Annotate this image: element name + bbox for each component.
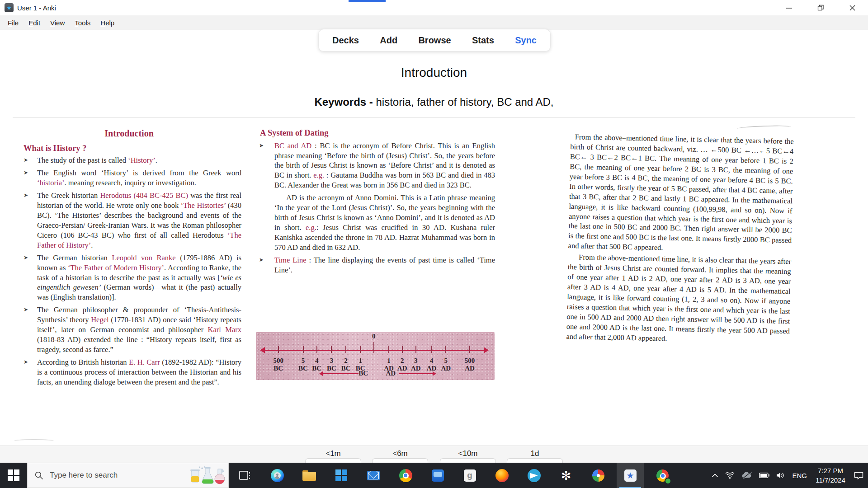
bullet-text: The study of the past is called ‘History… xyxy=(37,155,241,165)
timeline-label: 1AD xyxy=(384,357,394,373)
text-segment: (1818-83 AD) extended the line : “Histor… xyxy=(37,335,241,354)
taskbar-app-chrome-profile[interactable] xyxy=(649,463,676,488)
menu-help[interactable]: Help xyxy=(95,19,119,27)
text-segment: e.g. xyxy=(313,171,324,179)
tab-sync[interactable]: Sync xyxy=(515,35,537,46)
timeline-label: 500BC xyxy=(273,357,283,373)
text-segment: . meaning research, inquiry or investiga… xyxy=(64,178,196,187)
answer-time-label[interactable]: 1d xyxy=(531,449,539,458)
scan-heading-2: A System of Dating xyxy=(260,127,495,139)
bullet-item: ➤The German historian Leopold von Ranke … xyxy=(17,253,241,303)
battery-icon xyxy=(759,473,769,478)
timeline-axis xyxy=(261,350,487,351)
edge-icon xyxy=(271,469,284,482)
timeline-tick xyxy=(316,346,317,353)
answer-time-label[interactable]: <6m xyxy=(392,449,408,458)
card-title: Introduction xyxy=(0,66,868,80)
task-view-button[interactable] xyxy=(231,463,259,488)
taskbar-app-g[interactable]: g xyxy=(456,463,483,488)
minimize-icon xyxy=(786,5,792,11)
profile-avatar-icon xyxy=(274,472,281,479)
arrow-bullet-icon: ➤ xyxy=(24,253,37,303)
chrome-icon xyxy=(399,469,412,482)
firefox-icon xyxy=(495,469,509,482)
answer-time-label[interactable]: <1m xyxy=(326,449,341,458)
arrow-bullet-icon: ➤ xyxy=(259,141,274,191)
wifi-tray-button[interactable] xyxy=(725,472,735,479)
taskbar-app-chatgpt[interactable]: ✻ xyxy=(552,463,580,488)
answer-time-label[interactable]: <10m xyxy=(458,449,478,458)
timeline-label: 2AD xyxy=(397,357,407,373)
chevron-up-icon xyxy=(712,474,718,478)
restore-button[interactable] xyxy=(805,0,836,15)
battery-tray-button[interactable] xyxy=(759,473,769,478)
taskbar-app-chrome[interactable] xyxy=(392,463,419,488)
taskbar-clock[interactable]: 7:27 PM 11/7/2024 xyxy=(814,466,847,485)
arrow-bullet-icon: ➤ xyxy=(24,191,37,250)
text-segment: Hegel xyxy=(91,315,108,324)
language-indicator[interactable]: ENG xyxy=(792,472,807,479)
restore-icon xyxy=(817,5,824,11)
taskbar-search[interactable] xyxy=(27,463,229,488)
keywords-text: historia, father of history, BC and AD, xyxy=(376,96,553,108)
scan-artifact-line xyxy=(14,439,54,442)
lab-flasks-doodle-icon[interactable] xyxy=(189,466,226,488)
search-input[interactable] xyxy=(49,470,159,480)
volume-tray-button[interactable] xyxy=(776,472,785,479)
text-segment: The German historian xyxy=(37,253,112,262)
bullet-list-2: ➤BC and AD : BC is the acronym of Before… xyxy=(255,141,495,275)
text-segment: . xyxy=(91,241,93,249)
close-button[interactable] xyxy=(836,0,868,15)
bullet-text: The German historian Leopold von Ranke (… xyxy=(37,253,241,303)
text-segment: According to British historian xyxy=(37,358,129,366)
menu-file[interactable]: File xyxy=(3,19,24,27)
text-segment: ‘History’ xyxy=(128,156,156,164)
tab-decks[interactable]: Decks xyxy=(332,35,359,46)
arrow-bullet-icon: ➤ xyxy=(24,305,37,355)
scan-column-1: Introduction What is History ? ➤The stud… xyxy=(17,127,241,390)
action-center-button[interactable] xyxy=(854,472,863,479)
taskbar-app-blue-tile[interactable] xyxy=(424,463,451,488)
timeline-label: 5BC xyxy=(298,357,308,373)
taskbar-app-telegram[interactable] xyxy=(520,463,547,488)
minimize-button[interactable] xyxy=(773,0,805,15)
onedrive-cloud-slash-icon xyxy=(741,472,752,479)
timeline-label: 500AD xyxy=(465,357,475,373)
menu-bar: FileEditViewToolsHelp xyxy=(0,15,868,30)
text-segment: BC and AD xyxy=(274,141,311,150)
taskbar-app-file-explorer[interactable] xyxy=(296,463,323,488)
scan-column-3: From the above–mentioned time line, it i… xyxy=(566,132,794,347)
timeline-label: 1BC xyxy=(356,357,365,373)
menu-view[interactable]: View xyxy=(45,19,70,27)
timeline-tick xyxy=(402,346,403,353)
file-explorer-icon xyxy=(302,470,316,481)
taskbar-app-anki-active[interactable]: ★ xyxy=(617,463,644,488)
tab-browse[interactable]: Browse xyxy=(418,35,451,46)
bullet-text: The Greek historian Herodotus (484 BC-42… xyxy=(37,191,241,250)
timeline-tick xyxy=(469,346,470,353)
text-segment: The Greek historian xyxy=(37,191,100,200)
keywords-label: Keywords - xyxy=(314,96,376,108)
close-icon xyxy=(849,5,855,11)
hidden-icons-chevron[interactable] xyxy=(712,474,718,478)
timeline-label: 4BC xyxy=(312,357,321,373)
menu-edit[interactable]: Edit xyxy=(24,19,45,27)
window-controls xyxy=(773,0,868,15)
timeline-tick xyxy=(373,342,374,353)
taskbar-app-firefox[interactable] xyxy=(488,463,515,488)
taskbar-app-store[interactable] xyxy=(328,463,355,488)
tab-add[interactable]: Add xyxy=(380,35,397,46)
text-segment: : The line displaying the events of past… xyxy=(274,256,495,274)
scan-heading: Introduction xyxy=(17,127,241,140)
menu-tools[interactable]: Tools xyxy=(70,19,95,27)
window-title: User 1 - Anki xyxy=(17,4,56,12)
timeline-label: 2BC xyxy=(341,357,351,373)
taskbar-app-mail[interactable] xyxy=(360,463,387,488)
taskbar-app-edge[interactable] xyxy=(264,463,291,488)
start-button[interactable] xyxy=(0,463,27,488)
taskbar-app-pinwheel[interactable] xyxy=(585,463,612,488)
green-badge-icon xyxy=(665,478,671,484)
scanned-paragraph: From the above–mentioned time line, it i… xyxy=(568,132,793,256)
tab-stats[interactable]: Stats xyxy=(472,35,494,46)
onedrive-tray-button[interactable] xyxy=(741,472,752,479)
